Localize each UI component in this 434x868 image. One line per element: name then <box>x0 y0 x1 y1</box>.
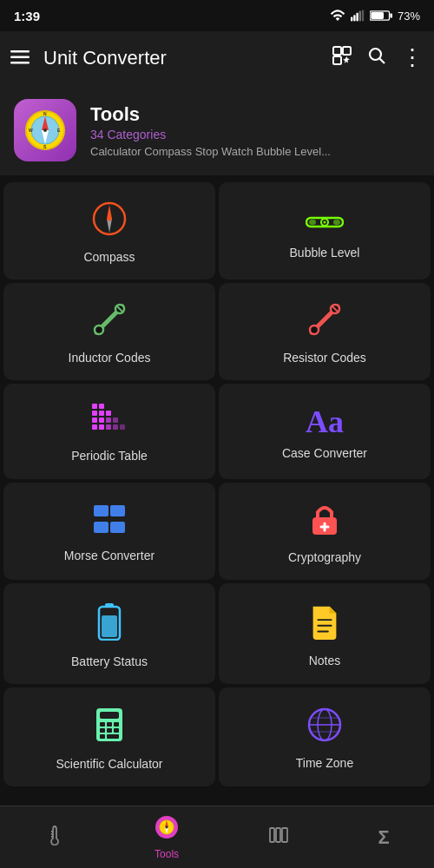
grid-item-notes[interactable]: Notes <box>219 583 431 684</box>
tools-icon-wrap: N E S W <box>14 99 76 161</box>
battery-status-label: Battery Status <box>71 654 148 668</box>
nav-item-collections[interactable] <box>268 825 289 851</box>
svg-rect-55 <box>120 424 125 430</box>
svg-rect-66 <box>105 603 114 608</box>
svg-rect-73 <box>100 722 105 727</box>
svg-rect-52 <box>99 424 104 430</box>
svg-rect-11 <box>333 47 341 55</box>
timezone-label: Time Zone <box>296 756 353 770</box>
grid-item-scientific-calculator[interactable]: Scientific Calculator <box>3 687 215 786</box>
bubble-level-label: Bubble Level <box>290 246 360 260</box>
svg-rect-45 <box>99 411 104 416</box>
svg-rect-67 <box>102 615 117 637</box>
nav-item-sigma[interactable]: Σ <box>378 826 389 849</box>
svg-point-33 <box>324 221 326 224</box>
svg-rect-58 <box>94 522 108 533</box>
svg-rect-2 <box>356 13 358 22</box>
svg-rect-10 <box>10 62 30 64</box>
svg-point-40 <box>310 326 319 334</box>
inductor-icon <box>92 302 127 342</box>
svg-rect-79 <box>100 734 105 739</box>
grid-item-time-zone[interactable]: Time Zone <box>219 687 431 786</box>
search-button[interactable] <box>366 45 387 71</box>
tools-compass-icon: N E S W <box>24 109 66 151</box>
svg-rect-75 <box>114 722 119 727</box>
header-info: Tools 34 Categories Calculator Compass S… <box>90 103 331 158</box>
grid-item-cryptography[interactable]: Cryptography <box>219 483 431 580</box>
svg-rect-78 <box>114 728 119 733</box>
svg-rect-47 <box>92 418 97 423</box>
svg-rect-4 <box>362 10 364 22</box>
grid-item-morse-converter[interactable]: Morse Converter <box>3 483 215 580</box>
svg-text:W: W <box>29 128 33 133</box>
svg-rect-54 <box>113 424 118 430</box>
svg-rect-43 <box>99 404 104 409</box>
svg-line-15 <box>380 59 385 64</box>
svg-rect-7 <box>371 12 384 19</box>
grid-item-bubble-level[interactable]: Bubble Level <box>219 182 431 279</box>
grid-item-battery-status[interactable]: Battery Status <box>3 583 215 684</box>
scroll-area: N E S W Tools 34 Categories Calculator C… <box>0 85 434 806</box>
inductor-label: Inductor Codes <box>69 351 151 365</box>
battery-status-icon <box>97 602 122 646</box>
status-time: 1:39 <box>14 9 40 23</box>
svg-rect-94 <box>270 828 274 842</box>
svg-rect-3 <box>359 10 361 21</box>
morse-icon <box>92 503 127 540</box>
grid-item-resistor-codes[interactable]: Resistor Codes <box>219 283 431 380</box>
grid-item-inductor-codes[interactable]: Inductor Codes <box>3 283 215 380</box>
grid-item-compass[interactable]: Compass <box>3 182 215 279</box>
svg-point-36 <box>95 326 103 334</box>
svg-rect-49 <box>106 418 111 423</box>
svg-rect-44 <box>92 411 97 416</box>
svg-rect-80 <box>107 734 119 739</box>
svg-point-28 <box>108 217 112 221</box>
compass-label: Compass <box>83 250 135 264</box>
svg-rect-50 <box>113 418 118 423</box>
app-title: Unit Converter <box>43 47 332 69</box>
svg-rect-51 <box>92 424 97 430</box>
resistor-icon <box>307 302 342 342</box>
wifi-icon <box>330 10 345 22</box>
bubble-level-icon <box>306 206 344 237</box>
category-description: Calculator Compass Stop Watch Bubble Lev… <box>90 145 331 158</box>
grid-star-button[interactable] <box>332 45 352 71</box>
compass-icon <box>92 201 127 241</box>
periodic-icon <box>92 404 127 440</box>
more-options-button[interactable]: ⋮ <box>401 46 424 70</box>
svg-rect-12 <box>343 47 351 55</box>
notes-label: Notes <box>309 654 341 667</box>
svg-rect-0 <box>351 17 352 22</box>
case-converter-icon: Aa <box>306 406 344 437</box>
crypto-icon <box>309 502 340 542</box>
svg-rect-53 <box>106 424 111 430</box>
svg-point-20 <box>43 128 47 132</box>
header-title: Tools <box>90 103 331 126</box>
bottom-nav: Tools Σ <box>0 806 434 868</box>
svg-rect-96 <box>282 828 287 842</box>
header-card: N E S W Tools 34 Categories Calculator C… <box>0 85 434 175</box>
resistor-label: Resistor Codes <box>283 351 366 365</box>
svg-rect-76 <box>100 728 105 733</box>
category-count: 34 Categories <box>90 128 331 141</box>
nav-item-tools[interactable]: Tools <box>155 815 179 860</box>
svg-rect-6 <box>390 13 392 17</box>
grid-item-periodic-table[interactable]: Periodic Table <box>3 384 215 479</box>
svg-rect-8 <box>10 50 30 53</box>
battery-percentage: 73% <box>398 10 420 23</box>
case-converter-label: Case Converter <box>282 446 367 460</box>
menu-button[interactable] <box>10 47 30 69</box>
sigma-nav-icon: Σ <box>378 826 389 849</box>
tools-grid: Compass Bubble Level <box>0 179 434 790</box>
svg-text:N: N <box>43 111 47 116</box>
svg-rect-56 <box>94 505 108 516</box>
status-icons: 73% <box>330 10 420 23</box>
app-bar-actions: ⋮ <box>332 45 424 71</box>
thermometer-nav-icon <box>44 825 65 851</box>
collections-nav-icon <box>268 825 289 851</box>
crypto-label: Cryptography <box>288 550 361 564</box>
svg-point-14 <box>370 49 381 60</box>
grid-item-case-converter[interactable]: Aa Case Converter <box>219 384 431 479</box>
svg-rect-46 <box>106 411 111 416</box>
nav-item-temperature[interactable] <box>44 825 65 851</box>
